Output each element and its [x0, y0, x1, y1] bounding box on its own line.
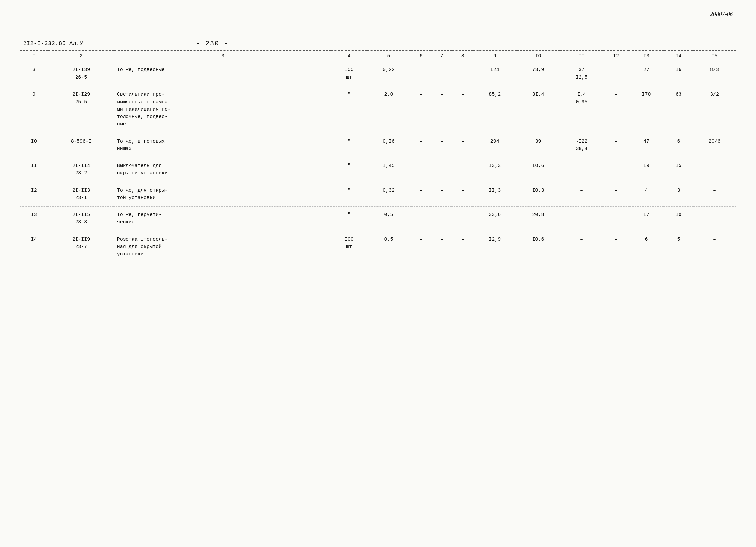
cell-row3-col8: – — [452, 62, 473, 86]
cell-row10-col10: 39 — [517, 133, 560, 158]
cell-row3-col1: 3 — [20, 62, 48, 86]
cell-row10-col7: – — [431, 133, 452, 158]
cell-row3-col13: 27 — [629, 62, 664, 86]
cell-row11-col11: – — [560, 158, 603, 182]
table-row: I22I-II323-IТо же, для откры-той установ… — [20, 182, 736, 207]
cell-row14-col12: – — [603, 231, 629, 263]
cell-row10-col11: ·I2238,4 — [560, 133, 603, 158]
cell-row9-col8: – — [452, 86, 473, 133]
title-row: 2I2-I-332.85 Ал.У - 230 - — [20, 40, 736, 47]
cell-row3-col10: 73,9 — [517, 62, 560, 86]
col-header-9: 9 — [473, 50, 517, 62]
col-header-14: I4 — [664, 50, 693, 62]
col-header-7: 7 — [431, 50, 452, 62]
cell-row9-col10: 3I,4 — [517, 86, 560, 133]
doc-number: 20807-06 — [710, 11, 733, 18]
cell-row14-col5: 0,5 — [367, 231, 411, 263]
cell-row12-col6: – — [411, 182, 431, 207]
cell-row12-col9: II,3 — [473, 182, 517, 207]
cell-row13-col13: I7 — [629, 207, 664, 231]
cell-row3-col15: 8/3 — [693, 62, 736, 86]
cell-row13-col14: IO — [664, 207, 693, 231]
cell-row11-col13: I9 — [629, 158, 664, 182]
cell-row13-col1: I3 — [20, 207, 48, 231]
cell-row11-col7: – — [431, 158, 452, 182]
cell-row11-col12: – — [603, 158, 629, 182]
cell-row9-col11: I,40,95 — [560, 86, 603, 133]
cell-row12-col7: – — [431, 182, 452, 207]
table-row: 92I-I2925-5Светильники про-мышленные с л… — [20, 86, 736, 133]
cell-row11-col10: IO,6 — [517, 158, 560, 182]
cell-row14-col3: Розетка штепсель-ная для скрытойустановк… — [114, 231, 331, 263]
cell-row9-col12: – — [603, 86, 629, 133]
cell-row12-col5: 0,32 — [367, 182, 411, 207]
col-header-6: 6 — [411, 50, 431, 62]
col-header-4: 4 — [331, 50, 367, 62]
cell-row10-col9: 294 — [473, 133, 517, 158]
cell-row13-col7: – — [431, 207, 452, 231]
cell-row11-col6: – — [411, 158, 431, 182]
cell-row9-col1: 9 — [20, 86, 48, 133]
cell-row14-col13: 6 — [629, 231, 664, 263]
cell-row12-col4: " — [331, 182, 367, 207]
title-center: - 230 - — [196, 40, 228, 47]
cell-row14-col9: I2,9 — [473, 231, 517, 263]
cell-row13-col12: – — [603, 207, 629, 231]
table-wrapper: I 2 3 4 5 6 7 8 9 IO II I2 I3 I4 I5 — [20, 50, 736, 263]
cell-row11-col15: – — [693, 158, 736, 182]
cell-row13-col4: " — [331, 207, 367, 231]
cell-row3-col7: – — [431, 62, 452, 86]
cell-row13-col11: – — [560, 207, 603, 231]
cell-row9-col4: " — [331, 86, 367, 133]
cell-row13-col3: То же, гермети-ческие — [114, 207, 331, 231]
cell-row10-col1: IO — [20, 133, 48, 158]
cell-row3-col9: I24 — [473, 62, 517, 86]
cell-row10-col4: " — [331, 133, 367, 158]
cell-row10-col13: 47 — [629, 133, 664, 158]
col-header-15: I5 — [693, 50, 736, 62]
table-row: 32I-I3926-5То же, подвесныеIOOшт0,22–––I… — [20, 62, 736, 86]
table-row: I32I-II523-3То же, гермети-ческие"0,5–––… — [20, 207, 736, 231]
cell-row9-col6: – — [411, 86, 431, 133]
cell-row14-col11: – — [560, 231, 603, 263]
cell-row11-col5: I,45 — [367, 158, 411, 182]
cell-row10-col8: – — [452, 133, 473, 158]
cell-row9-col3: Светильники про-мышленные с лампа-ми нак… — [114, 86, 331, 133]
cell-row3-col4: IOOшт — [331, 62, 367, 86]
cell-row11-col4: " — [331, 158, 367, 182]
cell-row12-col15: – — [693, 182, 736, 207]
cell-row14-col2: 2I-II923-7 — [48, 231, 114, 263]
cell-row3-col5: 0,22 — [367, 62, 411, 86]
main-table: I 2 3 4 5 6 7 8 9 IO II I2 I3 I4 I5 — [20, 50, 736, 263]
cell-row9-col14: 63 — [664, 86, 693, 133]
title-left: 2I2-I-332.85 Ал.У — [23, 40, 83, 47]
cell-row11-col2: 2I-II423-2 — [48, 158, 114, 182]
col-header-1: I — [20, 50, 48, 62]
cell-row11-col1: II — [20, 158, 48, 182]
page: 20807-06 2I2-I-332.85 Ал.У - 230 - I 2 3… — [0, 0, 756, 547]
table-row: II2I-II423-2Выключатель дляскрытой устан… — [20, 158, 736, 182]
cell-row14-col14: 5 — [664, 231, 693, 263]
cell-row12-col1: I2 — [20, 182, 48, 207]
cell-row9-col5: 2,0 — [367, 86, 411, 133]
cell-row10-col6: – — [411, 133, 431, 158]
cell-row10-col12: – — [603, 133, 629, 158]
cell-row9-col9: 85,2 — [473, 86, 517, 133]
cell-row10-col3: То же, в готовыхнишах — [114, 133, 331, 158]
cell-row13-col9: 33,6 — [473, 207, 517, 231]
table-row: IO8-596-IТо же, в готовыхнишах"0,I6–––29… — [20, 133, 736, 158]
cell-row14-col6: – — [411, 231, 431, 263]
cell-row3-col2: 2I-I3926-5 — [48, 62, 114, 86]
cell-row9-col7: – — [431, 86, 452, 133]
cell-row14-col10: IO,6 — [517, 231, 560, 263]
cell-row11-col9: I3,3 — [473, 158, 517, 182]
cell-row10-col14: 6 — [664, 133, 693, 158]
cell-row12-col12: – — [603, 182, 629, 207]
cell-row11-col3: Выключатель дляскрытой установки — [114, 158, 331, 182]
cell-row14-col1: I4 — [20, 231, 48, 263]
cell-row12-col13: 4 — [629, 182, 664, 207]
cell-row9-col2: 2I-I2925-5 — [48, 86, 114, 133]
col-header-11: II — [560, 50, 603, 62]
col-header-13: I3 — [629, 50, 664, 62]
cell-row3-col14: I6 — [664, 62, 693, 86]
